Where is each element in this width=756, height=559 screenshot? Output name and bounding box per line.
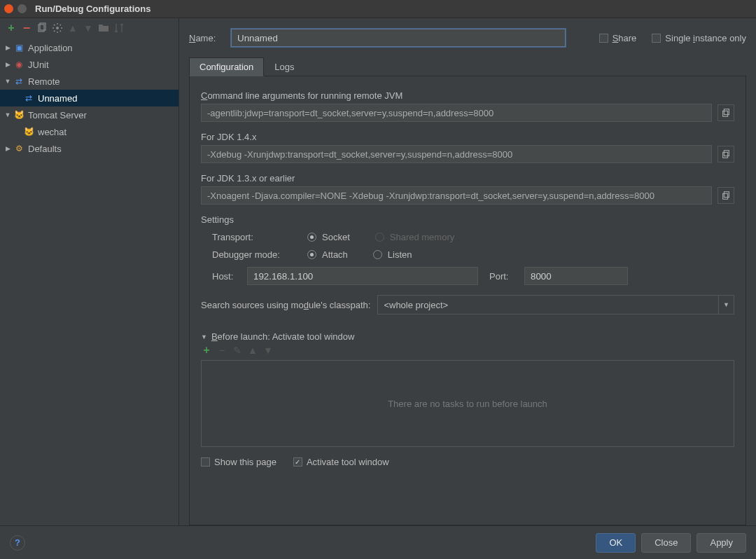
junit-icon: ◉ bbox=[13, 59, 25, 70]
chevron-right-icon: ▶ bbox=[3, 44, 13, 51]
sidebar-toolbar: + − ▲ ▼ bbox=[0, 18, 178, 38]
help-icon[interactable]: ? bbox=[10, 535, 25, 551]
move-down-icon[interactable]: ▼ bbox=[262, 345, 274, 356]
settings-icon[interactable] bbox=[52, 22, 63, 34]
svg-rect-7 bbox=[723, 193, 728, 199]
svg-point-2 bbox=[56, 27, 59, 29]
window-title: Run/Debug Configurations bbox=[35, 4, 150, 14]
svg-rect-4 bbox=[724, 109, 729, 115]
tabs: Configuration Logs bbox=[189, 57, 746, 76]
checkbox-icon bbox=[652, 34, 661, 43]
tree-item-remote[interactable]: ▼ ⇄ Remote bbox=[0, 73, 178, 90]
titlebar: Run/Debug Configurations bbox=[0, 0, 756, 18]
before-launch-title: Before launch: Activate tool window bbox=[211, 331, 355, 342]
svg-rect-5 bbox=[723, 152, 728, 158]
debugger-mode-label: Debugger mode: bbox=[212, 249, 296, 260]
share-checkbox[interactable]: Share bbox=[599, 33, 637, 43]
mode-attach-radio[interactable]: Attach bbox=[307, 249, 348, 260]
jdk14-label: For JDK 1.4.x bbox=[201, 132, 734, 142]
chevron-down-icon: ▼ bbox=[3, 78, 13, 85]
svg-rect-8 bbox=[724, 192, 729, 198]
add-task-icon[interactable]: + bbox=[201, 345, 212, 356]
chevron-right-icon: ▶ bbox=[3, 145, 13, 152]
radio-off-icon bbox=[375, 233, 384, 242]
chevron-right-icon: ▶ bbox=[3, 61, 13, 68]
single-instance-checkbox[interactable]: Single instance only bbox=[652, 33, 746, 43]
defaults-icon: ⚙ bbox=[13, 143, 25, 154]
settings-label: Settings bbox=[201, 214, 734, 225]
sidebar: + − ▲ ▼ ▶ ▣ Application ▶ bbox=[0, 18, 179, 525]
window-minimize-icon[interactable] bbox=[18, 4, 27, 13]
remote-icon: ⇄ bbox=[13, 76, 25, 87]
radio-on-icon bbox=[307, 250, 316, 259]
move-up-icon[interactable]: ▲ bbox=[67, 22, 78, 34]
close-button[interactable]: Close bbox=[641, 533, 691, 553]
transport-label: Transport: bbox=[212, 232, 296, 242]
port-label: Port: bbox=[489, 271, 517, 282]
transport-shared-radio: Shared memory bbox=[375, 232, 454, 242]
window-close-icon[interactable] bbox=[4, 4, 13, 13]
module-classpath-combo[interactable]: <whole project> ▼ bbox=[377, 295, 734, 315]
config-tree: ▶ ▣ Application ▶ ◉ JUnit ▼ ⇄ Remote ⇄ U… bbox=[0, 38, 178, 525]
single-instance-label: Single instance only bbox=[665, 33, 746, 43]
application-icon: ▣ bbox=[13, 42, 25, 53]
copy-icon[interactable] bbox=[718, 146, 734, 163]
mode-listen-radio[interactable]: Listen bbox=[373, 249, 412, 260]
tree-item-tomcat[interactable]: ▼ 🐱 Tomcat Server bbox=[0, 106, 178, 123]
tree-item-junit[interactable]: ▶ ◉ JUnit bbox=[0, 56, 178, 73]
copy-config-icon[interactable] bbox=[36, 22, 48, 34]
show-this-page-checkbox[interactable]: Show this page bbox=[201, 457, 276, 467]
before-launch-list: There are no tasks to run before launch bbox=[201, 360, 734, 447]
jdk13-field[interactable]: -Xnoagent -Djava.compiler=NONE -Xdebug -… bbox=[201, 186, 712, 205]
chevron-down-icon[interactable]: ▼ bbox=[201, 333, 207, 340]
configuration-panel: Command line arguments for running remot… bbox=[189, 76, 746, 525]
edit-task-icon[interactable]: ✎ bbox=[232, 345, 243, 356]
name-input[interactable] bbox=[231, 29, 566, 47]
tomcat-icon: 🐱 bbox=[22, 126, 35, 137]
cmd-args-field[interactable]: -agentlib:jdwp=transport=dt_socket,serve… bbox=[201, 104, 712, 122]
apply-button[interactable]: Apply bbox=[696, 533, 746, 553]
checkbox-icon bbox=[599, 34, 608, 43]
copy-icon[interactable] bbox=[718, 187, 734, 204]
transport-socket-radio[interactable]: Socket bbox=[307, 232, 350, 242]
add-config-icon[interactable]: + bbox=[6, 22, 17, 34]
svg-rect-6 bbox=[724, 151, 729, 156]
remote-icon: ⇄ bbox=[22, 92, 35, 104]
host-input[interactable] bbox=[247, 267, 478, 285]
host-label: Host: bbox=[212, 271, 240, 282]
move-up-icon[interactable]: ▲ bbox=[247, 345, 258, 356]
tree-item-wechat[interactable]: 🐱 wechat bbox=[0, 123, 178, 140]
sort-icon[interactable] bbox=[113, 22, 125, 34]
copy-icon[interactable] bbox=[718, 104, 734, 121]
chevron-down-icon: ▼ bbox=[3, 111, 13, 118]
tab-logs[interactable]: Logs bbox=[264, 57, 304, 76]
radio-on-icon bbox=[307, 233, 316, 242]
module-classpath-label: Search sources using module's classpath: bbox=[201, 300, 370, 310]
tree-item-application[interactable]: ▶ ▣ Application bbox=[0, 39, 178, 56]
share-label: Share bbox=[612, 33, 637, 43]
folder-icon[interactable] bbox=[98, 22, 109, 34]
chevron-down-icon: ▼ bbox=[718, 296, 734, 314]
activate-tool-window-checkbox[interactable]: ✓ Activate tool window bbox=[293, 457, 389, 467]
tree-item-unnamed[interactable]: ⇄ Unnamed bbox=[0, 90, 178, 106]
remove-config-icon[interactable]: − bbox=[21, 22, 32, 34]
checkbox-checked-icon: ✓ bbox=[293, 457, 302, 467]
main-panel: Name: Share Single instance only Configu… bbox=[179, 18, 756, 525]
svg-rect-3 bbox=[723, 111, 728, 116]
radio-off-icon bbox=[373, 250, 382, 259]
port-input[interactable] bbox=[524, 267, 628, 285]
jdk14-field[interactable]: -Xdebug -Xrunjdwp:transport=dt_socket,se… bbox=[201, 145, 712, 163]
tomcat-icon: 🐱 bbox=[13, 109, 25, 120]
checkbox-icon bbox=[201, 457, 210, 467]
remove-task-icon[interactable]: − bbox=[216, 345, 227, 356]
empty-tasks-text: There are no tasks to run before launch bbox=[388, 399, 547, 409]
name-label: Name: bbox=[189, 33, 223, 43]
tab-configuration[interactable]: Configuration bbox=[189, 57, 264, 76]
tree-item-defaults[interactable]: ▶ ⚙ Defaults bbox=[0, 140, 178, 157]
ok-button[interactable]: OK bbox=[596, 533, 636, 553]
jdk13-label: For JDK 1.3.x or earlier bbox=[201, 173, 734, 184]
move-down-icon[interactable]: ▼ bbox=[83, 22, 94, 34]
cmd-args-label: Command line arguments for running remot… bbox=[201, 90, 734, 101]
dialog-footer: ? OK Close Apply bbox=[0, 525, 756, 559]
